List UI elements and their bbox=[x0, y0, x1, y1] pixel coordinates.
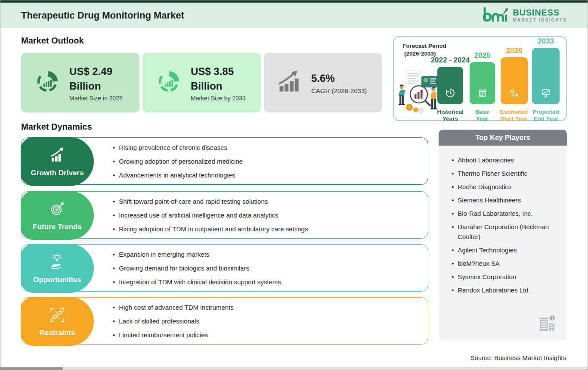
bar-year-label: 2022 - 2024 bbox=[431, 56, 470, 65]
market-size-unit: Billion bbox=[69, 79, 123, 93]
gear-chart-icon bbox=[509, 87, 520, 100]
scrollbar-thumb[interactable] bbox=[0, 367, 63, 370]
market-size-caption: Market Size in 2025 bbox=[69, 95, 123, 102]
list-item: Siemens Healthineers bbox=[452, 195, 556, 205]
bar-year-label: 2025 bbox=[474, 51, 491, 60]
broken-link-icon bbox=[48, 306, 66, 326]
forecast-bar-estimated-start: 2026 bbox=[501, 57, 528, 104]
row-label: Restraints bbox=[39, 329, 75, 337]
future-trends-row: Future Trends Shift toward point-of-care… bbox=[21, 191, 428, 239]
forecast-bar-projected-end: 2033 bbox=[532, 48, 560, 104]
market-size-2033-card: US$ 3.85 Billion Market Size by 2033 bbox=[142, 53, 261, 112]
list-item: Sysmex Corporation bbox=[452, 272, 556, 282]
bullet-item: Growing adoption of personalized medicin… bbox=[113, 158, 421, 165]
forecast-period-panel: Forecast Period (2026-2033) bbox=[393, 36, 567, 121]
bmi-logo-mark-icon bbox=[481, 5, 509, 26]
cagr-card: 5.6% CAGR (2026-2033) bbox=[264, 53, 382, 112]
list-item: Danaher Corporation (Beckman Coulter) bbox=[452, 222, 556, 242]
opportunities-bullets: Expansion in emerging markets Growing de… bbox=[113, 245, 421, 291]
page-title: Therapeutic Drug Monitoring Market bbox=[21, 10, 184, 21]
list-item: Randox Laboratories Ltd. bbox=[452, 285, 556, 295]
bar-caption: ProjectedEnd Year bbox=[525, 109, 566, 122]
future-trends-bullets: Shift toward point-of-care and rapid tes… bbox=[113, 192, 421, 238]
key-players-list: Abbott Laboratories Thermo Fisher Scient… bbox=[452, 155, 556, 295]
bar-year-label: 2026 bbox=[506, 47, 523, 55]
bullet-item: Lack of skilled professionals bbox=[113, 317, 421, 325]
bullet-item: Integration of TDM with clinical decisio… bbox=[113, 278, 421, 286]
logo-text: BUSINESS MARKET INSIGHTS bbox=[513, 8, 567, 23]
future-trends-label: Future Trends bbox=[21, 191, 94, 240]
list-item: Bio-Rad Laboratories, Inc. bbox=[452, 208, 556, 218]
forecast-bar-historical: 2022 - 2024 bbox=[437, 67, 463, 104]
bullet-item: Advancements in analytical technologies bbox=[113, 171, 421, 179]
bar-year-label: 2033 bbox=[538, 37, 554, 46]
bullet-item: Shift toward point-of-care and rapid tes… bbox=[113, 198, 421, 205]
opportunities-label: Opportunities bbox=[21, 244, 94, 293]
market-dynamics-heading: Market Dynamics bbox=[21, 122, 92, 132]
card-text: US$ 2.49 Billion Market Size in 2025 bbox=[69, 64, 123, 102]
restraints-row: Restraints High cost of advanced TDM ins… bbox=[21, 297, 428, 345]
bullet-item: Rising prevalence of chronic diseases bbox=[113, 144, 421, 151]
forecast-bar-base: 2025 bbox=[470, 62, 495, 104]
card-text: US$ 3.85 Billion Market Size by 2033 bbox=[191, 64, 246, 102]
forecast-title: Forecast Period bbox=[402, 43, 446, 49]
market-outlook-heading: Market Outlook bbox=[21, 36, 84, 46]
cagr-value: 5.6% bbox=[311, 71, 367, 86]
market-size-caption: Market Size by 2033 bbox=[191, 95, 246, 102]
market-size-2025-card: US$ 2.49 Billion Market Size in 2025 bbox=[21, 53, 139, 112]
growth-drivers-label: Growth Drivers bbox=[21, 137, 94, 186]
bullet-item: High cost of advanced TDM instruments bbox=[113, 304, 421, 311]
restraints-bullets: High cost of advanced TDM instruments La… bbox=[113, 298, 421, 344]
logo-business: BUSINESS bbox=[513, 8, 567, 17]
key-players-body: Abbott Laboratories Thermo Fisher Scient… bbox=[439, 146, 567, 341]
market-size-value: US$ 3.85 bbox=[191, 64, 246, 79]
horizontal-scrollbar[interactable] bbox=[0, 367, 588, 370]
target-icon bbox=[48, 200, 66, 220]
calendar-icon bbox=[477, 87, 488, 100]
list-item: bioM?rieux SA bbox=[452, 258, 556, 268]
row-label: Growth Drivers bbox=[31, 169, 84, 177]
bullet-item: Increased use of artificial intelligence… bbox=[113, 211, 421, 219]
cagr-caption: CAGR (2026-2033) bbox=[311, 87, 367, 94]
growth-chart-icon bbox=[277, 69, 303, 96]
row-label: Future Trends bbox=[33, 223, 81, 231]
market-size-value: US$ 2.49 bbox=[69, 64, 123, 79]
row-label: Opportunities bbox=[33, 276, 81, 284]
restraints-label: Restraints bbox=[21, 297, 94, 346]
list-item: Roche Diagnostics bbox=[452, 182, 556, 192]
hand-bulb-icon bbox=[48, 253, 66, 273]
bullet-item: Growing demand for biologics and biosimi… bbox=[113, 264, 421, 272]
history-clock-icon bbox=[445, 87, 456, 100]
presentation-icon bbox=[540, 87, 551, 100]
source-credit: Source: Business Market Insights bbox=[470, 354, 566, 361]
opportunities-row: Opportunities Expansion in emerging mark… bbox=[21, 244, 428, 292]
growth-chart-icon bbox=[48, 146, 66, 166]
bmi-logo: BUSINESS MARKET INSIGHTS bbox=[481, 5, 567, 26]
list-item: Abbott Laboratories bbox=[452, 155, 556, 165]
list-item: Agilent Technologies bbox=[452, 245, 556, 255]
top-key-players-panel: Top Key Players Abbott Laboratories Ther… bbox=[439, 130, 567, 341]
bullet-item: Rising adoption of TDM in outpatient and… bbox=[113, 225, 421, 233]
growth-drivers-bullets: Rising prevalence of chronic diseases Gr… bbox=[113, 138, 421, 184]
donut-bars-icon bbox=[155, 68, 182, 97]
growth-drivers-row: Growth Drivers Rising prevalence of chro… bbox=[21, 137, 428, 185]
card-text: 5.6% CAGR (2026-2033) bbox=[311, 71, 367, 94]
logo-market-insights: MARKET INSIGHTS bbox=[513, 18, 567, 23]
donut-bars-icon bbox=[34, 68, 61, 97]
bullet-item: Expansion in emerging markets bbox=[113, 251, 421, 258]
building-info-icon bbox=[537, 313, 557, 336]
header: Therapeutic Drug Monitoring Market BUSIN… bbox=[0, 3, 588, 28]
bullet-item: Limited reimbursement policies bbox=[113, 331, 421, 339]
list-item: Thermo Fisher Scientific bbox=[452, 168, 556, 178]
key-players-heading: Top Key Players bbox=[439, 130, 567, 146]
market-size-unit: Billion bbox=[191, 79, 246, 93]
infographic-page: Therapeutic Drug Monitoring Market BUSIN… bbox=[0, 0, 588, 370]
